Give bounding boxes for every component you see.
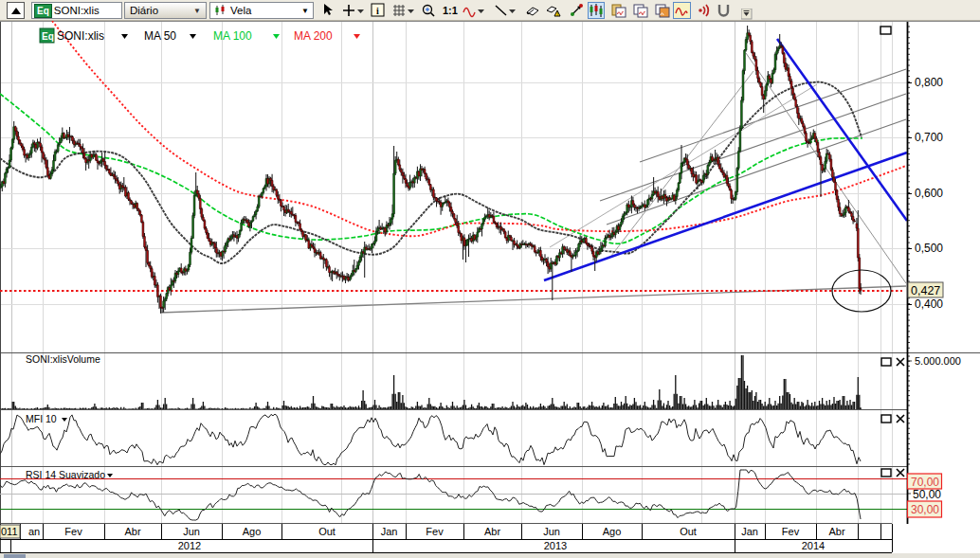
svg-text:0,500: 0,500 [915,242,943,255]
svg-text:MA 200: MA 200 [294,29,333,43]
svg-text:5.000.000: 5.000.000 [915,355,961,367]
svg-text:RSI 14 Suavizado: RSI 14 Suavizado [26,469,105,480]
svg-text:Out: Out [680,526,697,537]
svg-text:2012: 2012 [178,540,201,551]
svg-text:Fev: Fev [64,526,82,537]
svg-text:i: i [376,6,379,16]
svg-text:Abr: Abr [124,526,140,537]
svg-text:Ago: Ago [603,526,622,537]
svg-text:2013: 2013 [544,540,567,551]
svg-text:011: 011 [1,526,18,537]
svg-text:SONI:xlis: SONI:xlis [57,29,104,43]
svg-text:Out: Out [318,526,336,537]
svg-text:0,400: 0,400 [915,297,943,311]
svg-text:30,00: 30,00 [911,503,939,516]
svg-text:Jun: Jun [543,526,560,537]
svg-text:Abr: Abr [828,526,844,537]
svg-text:an: an [28,526,40,537]
svg-text:0,700: 0,700 [915,131,943,144]
svg-text:Fev: Fev [426,526,444,537]
svg-text:0,600: 0,600 [915,187,943,200]
svg-text:Fev: Fev [782,526,800,537]
svg-text:MA 50: MA 50 [144,29,176,43]
svg-text:70,00: 70,00 [911,476,939,489]
svg-text:MA 100: MA 100 [213,29,252,43]
svg-text:0,427: 0,427 [911,284,940,297]
svg-text:Eq: Eq [42,31,54,42]
svg-text:1:1: 1:1 [443,5,458,16]
svg-text:Jan: Jan [381,526,398,537]
svg-text:2014: 2014 [802,540,825,551]
svg-text:Jun: Jun [183,526,200,537]
svg-text:SONI:xlisVolume: SONI:xlisVolume [26,353,100,365]
svg-text:Jan: Jan [741,526,758,537]
svg-text:0,800: 0,800 [915,76,943,89]
svg-text:Abr: Abr [484,526,500,537]
svg-text:50,00: 50,00 [913,488,941,501]
svg-text:Ago: Ago [243,526,262,537]
svg-text:MFI 10: MFI 10 [26,413,57,424]
